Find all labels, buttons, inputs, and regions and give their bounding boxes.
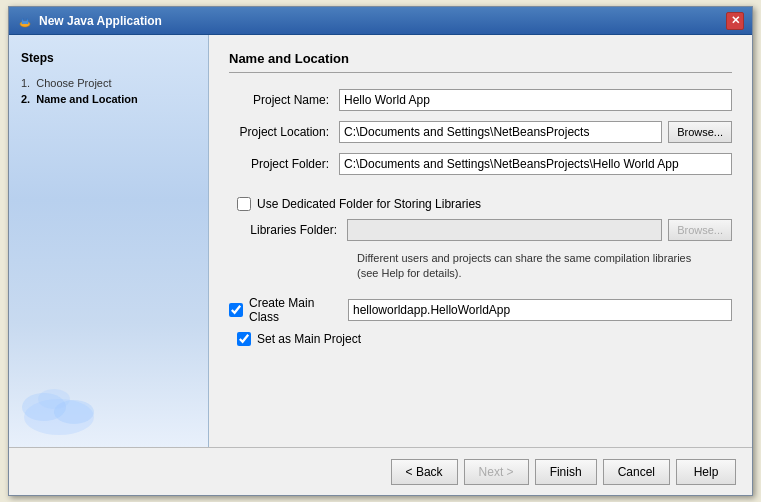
browse-location-button[interactable]: Browse... (668, 121, 732, 143)
help-button[interactable]: Help (676, 459, 736, 485)
java-icon (17, 13, 33, 29)
set-main-project-label: Set as Main Project (257, 332, 361, 346)
step-2-number: 2. (21, 93, 30, 105)
project-location-row: Project Location: Browse... (229, 121, 732, 143)
sidebar-title: Steps (21, 51, 196, 65)
project-folder-row: Project Folder: (229, 153, 732, 175)
step-1-label: Choose Project (36, 77, 111, 89)
set-main-project-row: Set as Main Project (229, 332, 732, 346)
decoration-svg (19, 347, 149, 437)
libraries-info-text: Different users and projects can share t… (357, 252, 691, 279)
libraries-section: Libraries Folder: Browse... Different us… (237, 219, 732, 282)
finish-button[interactable]: Finish (535, 459, 597, 485)
libraries-info: Different users and projects can share t… (237, 251, 732, 282)
project-name-row: Project Name: (229, 89, 732, 111)
dialog-title: New Java Application (39, 14, 162, 28)
project-folder-input[interactable] (339, 153, 732, 175)
step-1-number: 1. (21, 77, 30, 89)
dialog-body: Steps 1. Choose Project 2. Name and Loca… (9, 35, 752, 447)
sidebar-step-1: 1. Choose Project (21, 75, 196, 91)
project-folder-label: Project Folder: (229, 157, 339, 171)
dialog-window: New Java Application ✕ Steps 1. Choose P… (8, 6, 753, 496)
footer: < Back Next > Finish Cancel Help (9, 447, 752, 495)
project-location-input[interactable] (339, 121, 662, 143)
next-button[interactable]: Next > (464, 459, 529, 485)
sidebar: Steps 1. Choose Project 2. Name and Loca… (9, 35, 209, 447)
create-main-class-label: Create Main Class (249, 296, 344, 324)
back-button[interactable]: < Back (391, 459, 458, 485)
sidebar-decoration (19, 347, 119, 427)
main-content: Name and Location Project Name: Project … (209, 35, 752, 447)
set-main-project-checkbox[interactable] (237, 332, 251, 346)
libraries-folder-row: Libraries Folder: Browse... (237, 219, 732, 241)
spacer-2 (229, 282, 732, 296)
dedicated-folder-label: Use Dedicated Folder for Storing Librari… (257, 197, 481, 211)
browse-libraries-button[interactable]: Browse... (668, 219, 732, 241)
title-bar: New Java Application ✕ (9, 7, 752, 35)
title-bar-left: New Java Application (17, 13, 162, 29)
create-main-class-checkbox[interactable] (229, 303, 243, 317)
section-title: Name and Location (229, 51, 732, 73)
create-main-class-row: Create Main Class (229, 296, 732, 324)
libraries-folder-input[interactable] (347, 219, 662, 241)
svg-point-4 (38, 389, 70, 409)
step-2-label: Name and Location (36, 93, 137, 105)
project-name-input[interactable] (339, 89, 732, 111)
project-name-label: Project Name: (229, 93, 339, 107)
cancel-button[interactable]: Cancel (603, 459, 670, 485)
close-button[interactable]: ✕ (726, 12, 744, 30)
project-location-label: Project Location: (229, 125, 339, 139)
sidebar-step-2: 2. Name and Location (21, 91, 196, 107)
dedicated-folder-row: Use Dedicated Folder for Storing Librari… (229, 197, 732, 211)
spacer-1 (229, 185, 732, 197)
libraries-folder-label: Libraries Folder: (237, 223, 347, 237)
dedicated-folder-checkbox[interactable] (237, 197, 251, 211)
main-class-input[interactable] (348, 299, 732, 321)
